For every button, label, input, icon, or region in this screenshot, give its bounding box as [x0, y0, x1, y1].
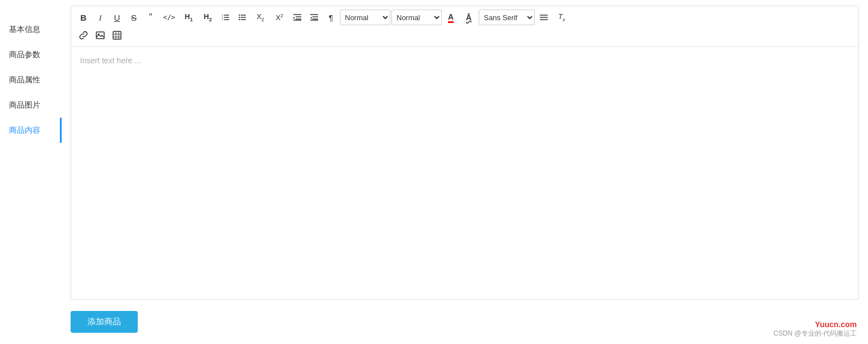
svg-rect-27 — [113, 31, 121, 39]
table-button[interactable] — [109, 27, 125, 43]
editor-toolbar: B I U S " — [71, 6, 858, 47]
toolbar-row-1: B I U S " — [76, 10, 854, 25]
italic-button[interactable]: I — [92, 10, 108, 25]
sidebar-item-product-content[interactable]: 商品内容 — [0, 118, 62, 143]
h1-button[interactable]: H1 — [180, 10, 198, 25]
footer-sub: CSDN @专业的·代码搬运工 — [773, 329, 857, 338]
align-button[interactable] — [536, 10, 552, 25]
svg-marker-16 — [293, 17, 295, 19]
sidebar-item-basic-info[interactable]: 基本信息 — [0, 17, 62, 42]
superscript-button[interactable]: X2 — [270, 10, 288, 25]
sidebar-item-product-attrs[interactable]: 商品属性 — [0, 67, 62, 92]
link-button[interactable] — [76, 27, 91, 43]
line-height-select[interactable]: Normal 1.0 1.5 2.0 2.5 3.0 — [340, 10, 390, 25]
strikethrough-button[interactable]: S — [126, 10, 142, 25]
ordered-list-button[interactable]: 1. 2. 3. — [218, 10, 234, 25]
paragraph-button[interactable]: ¶ — [323, 10, 339, 25]
font-family-select[interactable]: Sans Serif Serif Monospace — [479, 10, 535, 25]
outdent-button[interactable] — [306, 10, 322, 25]
footer: Yuucn.com CSDN @专业的·代码搬运工 — [773, 320, 857, 338]
svg-text:3.: 3. — [222, 18, 223, 21]
code-button[interactable]: </> — [160, 10, 179, 25]
underline-button[interactable]: U — [109, 10, 125, 25]
indent-button[interactable] — [290, 10, 305, 25]
footer-brand: Yuucn.com — [773, 320, 857, 329]
rich-text-editor: B I U S " — [71, 6, 859, 300]
h2-button[interactable]: H2 — [199, 10, 217, 25]
sidebar-item-product-images[interactable]: 商品图片 — [0, 92, 62, 118]
editor-placeholder: Insert text here ... — [80, 56, 141, 65]
highlight-button[interactable]: Ā — [460, 10, 478, 25]
clear-format-button[interactable]: Tx — [553, 10, 571, 25]
svg-point-10 — [239, 17, 240, 18]
svg-point-9 — [239, 15, 240, 16]
subscript-button[interactable]: X2 — [251, 10, 269, 25]
add-product-button[interactable]: 添加商品 — [71, 311, 138, 333]
svg-marker-21 — [311, 17, 312, 19]
sidebar: 基本信息 商品参数 商品属性 商品图片 商品内容 — [0, 0, 62, 344]
sidebar-item-product-params[interactable]: 商品参数 — [0, 42, 62, 67]
blockquote-button[interactable]: " — [143, 10, 158, 25]
image-button[interactable] — [92, 27, 108, 43]
unordered-list-button[interactable] — [235, 10, 250, 25]
main-content: B I U S " — [62, 0, 868, 344]
font-color-button[interactable]: A — [443, 10, 459, 25]
font-size-select[interactable]: Normal 8 10 12 14 16 18 24 32 48 — [391, 10, 442, 25]
bold-button[interactable]: B — [76, 10, 91, 25]
svg-point-11 — [239, 19, 240, 20]
submit-area: 添加商品 — [71, 311, 859, 333]
svg-rect-25 — [96, 32, 104, 39]
editor-content[interactable]: Insert text here ... — [71, 47, 858, 232]
toolbar-row-2 — [76, 27, 854, 43]
